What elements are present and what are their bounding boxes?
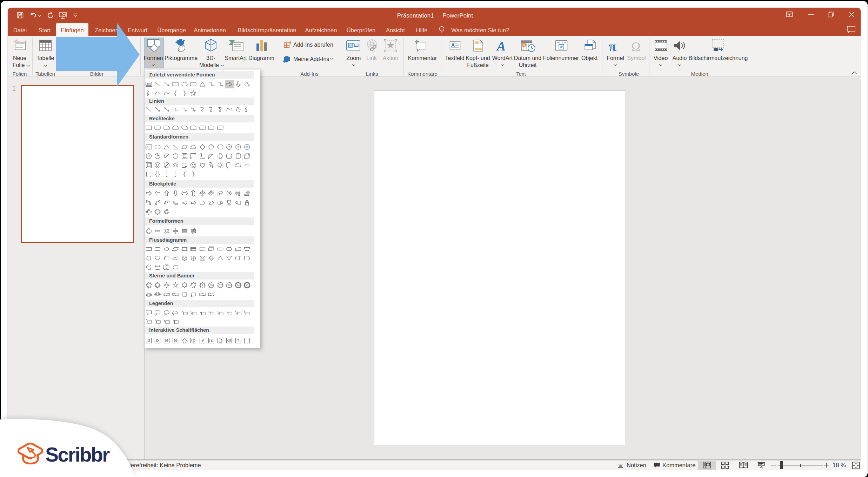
svg-text:A: A	[496, 39, 506, 53]
svg-text:16: 16	[228, 284, 231, 287]
svg-text:8: 8	[237, 146, 239, 149]
svg-text:32: 32	[246, 284, 248, 287]
svg-text:10: 10	[210, 284, 213, 287]
svg-text:24: 24	[237, 284, 240, 287]
svg-text:Ω: Ω	[631, 40, 641, 53]
svg-text:10: 10	[246, 146, 248, 149]
svg-text:π: π	[609, 39, 616, 53]
svg-text:?: ?	[237, 338, 239, 343]
svg-text:#: #	[560, 45, 563, 49]
svg-text:12: 12	[147, 155, 150, 158]
svg-text:12: 12	[219, 284, 222, 287]
svg-text:7: 7	[228, 146, 230, 149]
svg-text:8: 8	[202, 284, 203, 287]
svg-text:A: A	[451, 42, 455, 48]
